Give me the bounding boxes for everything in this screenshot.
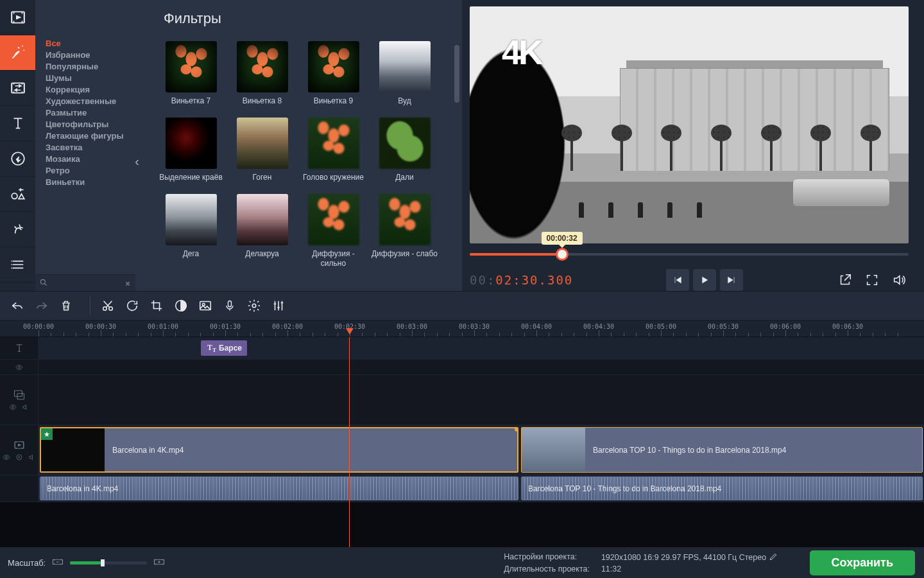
rotate-button[interactable]: [120, 293, 144, 318]
tool-transitions[interactable]: [0, 71, 35, 106]
popout-icon[interactable]: [835, 270, 855, 290]
undo-button[interactable]: [5, 293, 30, 318]
mic-button[interactable]: [218, 293, 242, 318]
category-6[interactable]: Размытие: [43, 107, 135, 118]
category-1[interactable]: Избранное: [43, 49, 135, 60]
zoom-out-icon[interactable]: [52, 557, 64, 568]
svg-point-3: [12, 193, 17, 199]
seek-tooltip: 00:00:32: [542, 232, 583, 245]
filter-item-7[interactable]: Дали: [371, 118, 438, 182]
edit-settings-icon[interactable]: [769, 552, 778, 561]
svg-point-15: [12, 406, 13, 408]
category-10[interactable]: Мозаика: [43, 153, 135, 164]
favorite-icon: ★: [41, 428, 53, 440]
filter-search[interactable]: ×: [35, 274, 135, 291]
filter-item-2[interactable]: Виньетка 9: [300, 41, 367, 106]
category-12[interactable]: Виньетки: [43, 176, 135, 188]
svg-rect-1: [12, 83, 24, 92]
tool-titles[interactable]: [0, 106, 35, 141]
tool-stickers[interactable]: [0, 141, 35, 177]
audio-clip-2[interactable]: Barcelona TOP 10 - Things to do in Barce…: [521, 477, 923, 500]
video-clip-1[interactable]: ★ Barcelona in 4K.mp4: [40, 427, 518, 473]
svg-point-12: [18, 366, 20, 368]
redo-button[interactable]: [30, 293, 54, 318]
project-settings-value: 1920x1080 16:9 29.97 FPS, 44100 Гц Стере…: [601, 552, 778, 562]
edit-toolbar: [0, 291, 924, 320]
category-5[interactable]: Художественные: [43, 95, 135, 107]
scrollbar[interactable]: [454, 45, 459, 103]
category-7[interactable]: Цветофильтры: [43, 118, 135, 130]
play-button[interactable]: [693, 269, 716, 291]
filter-grid: Виньетка 7Виньетка 8Виньетка 9ВудВыделен…: [157, 41, 453, 268]
title-clip[interactable]: TTБарсе: [201, 340, 247, 356]
equalizer-button[interactable]: [266, 293, 291, 318]
category-11[interactable]: Ретро: [43, 164, 135, 176]
search-icon: [39, 278, 48, 289]
tool-more[interactable]: [0, 247, 35, 283]
filter-item-9[interactable]: Делакруа: [228, 194, 296, 268]
svg-point-4: [40, 279, 45, 284]
color-button[interactable]: [169, 293, 193, 318]
track-title-vis: [0, 360, 924, 375]
filter-item-0[interactable]: Виньетка 7: [157, 41, 225, 106]
playhead[interactable]: [349, 337, 350, 547]
track-audio: Barcelona in 4K.mp4 Barcelona TOP 10 - T…: [0, 475, 924, 502]
video-clip-2[interactable]: Barcelona TOP 10 - Things to do in Barce…: [521, 427, 923, 473]
crop-button[interactable]: [144, 293, 169, 318]
filter-item-5[interactable]: Гоген: [228, 118, 296, 182]
zoom-label: Масштаб:: [8, 558, 46, 568]
volume-icon[interactable]: [889, 270, 909, 290]
main-toolbar: [0, 0, 35, 291]
seek-bar[interactable]: 00:00:32: [470, 251, 909, 258]
preview-video[interactable]: 4K: [470, 6, 909, 243]
track-title: TTБарсе: [0, 337, 924, 360]
tool-animation[interactable]: [0, 212, 35, 247]
filter-item-1[interactable]: Виньетка 8: [228, 41, 296, 106]
filter-categories: Фильтры ВсеИзбранноеПопулярныеШумыКоррек…: [35, 0, 135, 291]
fullscreen-icon[interactable]: [862, 270, 882, 290]
audio-clip-1[interactable]: Barcelona in 4K.mp4: [40, 477, 518, 500]
zoom-slider[interactable]: [70, 561, 147, 565]
project-settings-label: Настройки проекта:: [504, 552, 590, 562]
category-3[interactable]: Шумы: [43, 72, 135, 83]
category-2[interactable]: Популярные: [43, 60, 135, 72]
project-duration-label: Длительность проекта:: [504, 565, 590, 574]
filter-item-11[interactable]: Диффузия - слабо: [371, 194, 438, 268]
filter-item-8[interactable]: Дега: [157, 194, 225, 268]
svg-point-11: [252, 304, 256, 308]
timeline: 00:00:0000:00:3000:01:0000:01:3000:02:00…: [0, 320, 924, 547]
zoom-in-icon[interactable]: [153, 557, 165, 568]
prev-button[interactable]: [666, 269, 689, 291]
watermark: 4K: [502, 32, 541, 72]
next-button[interactable]: [720, 269, 743, 291]
category-4[interactable]: Коррекция: [43, 83, 135, 95]
filter-item-4[interactable]: Выделение краёв: [157, 118, 225, 182]
preview-pane: 4K 00:00:32 00:02:30.300: [462, 0, 924, 291]
svg-rect-10: [228, 301, 232, 307]
project-duration-value: 11:32: [601, 565, 778, 574]
clear-search-icon[interactable]: ×: [123, 278, 133, 288]
settings-button[interactable]: [242, 293, 266, 318]
delete-button[interactable]: [54, 293, 78, 318]
category-8[interactable]: Летающие фигуры: [43, 130, 135, 141]
svg-point-17: [5, 456, 7, 458]
tool-shapes[interactable]: [0, 177, 35, 212]
filter-item-3[interactable]: Вуд: [371, 41, 438, 106]
cut-button[interactable]: [96, 293, 120, 318]
status-bar: Масштаб: Настройки проекта: 1920x1080 16…: [0, 547, 924, 578]
time-ruler[interactable]: 00:00:0000:00:3000:01:0000:01:3000:02:00…: [0, 320, 924, 337]
track-overlay: [0, 375, 924, 425]
save-button[interactable]: Сохранить: [810, 550, 915, 575]
filter-item-10[interactable]: Диффузия - сильно: [300, 194, 367, 268]
category-0[interactable]: Все: [43, 37, 135, 49]
filter-item-6[interactable]: Голово кружение: [300, 118, 367, 182]
category-9[interactable]: Засветка: [43, 141, 135, 153]
image-button[interactable]: [193, 293, 218, 318]
tool-media[interactable]: [0, 0, 35, 35]
tool-filters[interactable]: [0, 35, 35, 71]
timecode: 00:02:30.300: [470, 273, 573, 287]
track-video: ★ Barcelona in 4K.mp4 Barcelona TOP 10 -…: [0, 425, 924, 475]
